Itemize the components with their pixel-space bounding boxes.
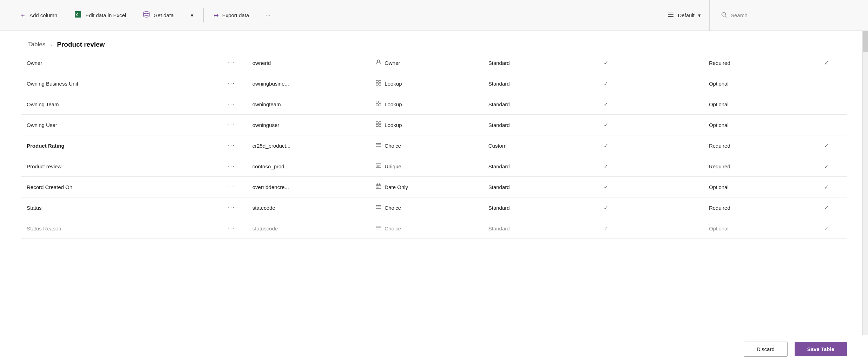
search-icon <box>721 12 727 19</box>
row-more-icon[interactable]: ··· <box>228 142 235 148</box>
col-name-cell: Owning Team <box>21 94 216 115</box>
col-name-cell: Status Reason <box>21 218 216 239</box>
col-requirement-cell: Required <box>703 197 806 218</box>
scroll-thumb[interactable] <box>863 31 868 52</box>
col-requirement-cell: Optional <box>703 94 806 115</box>
table-row: Record Created On ··· overriddencre... 2… <box>21 177 847 197</box>
type-label: Choice <box>384 143 401 149</box>
row-more-icon[interactable]: ··· <box>228 204 235 210</box>
col-requirement-cell: Optional <box>703 218 806 239</box>
save-table-button[interactable]: Save Table <box>795 342 847 356</box>
col-dots-cell[interactable]: ··· <box>216 197 247 218</box>
col-spacer-cell <box>626 73 703 94</box>
svg-rect-17 <box>376 122 378 124</box>
svg-rect-14 <box>379 101 381 103</box>
export-data-button[interactable]: ↦ Export data <box>205 0 258 31</box>
type-icon: Choice <box>375 142 401 149</box>
col-searchable-cell: ✓ <box>585 218 626 239</box>
col-searchable-cell: ✓ <box>585 177 626 197</box>
row-more-icon[interactable]: ··· <box>228 163 235 169</box>
searchable-check: ✓ <box>604 184 608 190</box>
col-searchable-cell: ✓ <box>585 135 626 156</box>
col-field-name-cell: owningbusine... <box>247 73 370 94</box>
col-name-cell: Product Rating <box>21 135 216 156</box>
more-icon: ··· <box>266 12 270 18</box>
bottom-bar: Discard Save Table <box>0 335 868 363</box>
col-req-check-cell <box>806 73 847 94</box>
col-searchable-cell: ✓ <box>585 53 626 73</box>
table-row: Product Rating ··· cr25d_product... Choi… <box>21 135 847 156</box>
col-category-cell: Standard <box>483 156 585 177</box>
type-icon: 21 Date Only <box>375 183 408 191</box>
view-label: Default <box>678 12 695 18</box>
col-dots-cell[interactable]: ··· <box>216 94 247 115</box>
svg-rect-15 <box>376 104 378 106</box>
col-dots-cell[interactable]: ··· <box>216 53 247 73</box>
req-check: ✓ <box>824 143 829 149</box>
export-icon: ↦ <box>213 12 219 19</box>
type-label: Lookup <box>384 101 402 107</box>
col-spacer-cell <box>626 218 703 239</box>
svg-rect-3 <box>668 13 673 13</box>
type-icon: Choice <box>375 204 401 211</box>
svg-rect-18 <box>379 122 381 124</box>
col-req-check-cell: ✓ <box>806 156 847 177</box>
svg-rect-12 <box>379 83 381 85</box>
col-field-name-cell: cr25d_product... <box>247 135 370 156</box>
type-label: Lookup <box>384 81 402 87</box>
type-icon: Choice <box>375 224 401 232</box>
table-row: Product review ··· contoso_prod... Uniqu… <box>21 156 847 177</box>
col-dots-cell[interactable]: ··· <box>216 156 247 177</box>
separator-1 <box>203 8 204 22</box>
more-options-button[interactable]: ··· <box>257 0 279 31</box>
discard-button[interactable]: Discard <box>744 342 788 357</box>
row-more-icon[interactable]: ··· <box>228 184 235 190</box>
col-name-cell: Record Created On <box>21 177 216 197</box>
database-icon <box>143 11 150 20</box>
searchable-check: ✓ <box>604 101 608 107</box>
view-selector[interactable]: Default ▾ <box>659 0 709 31</box>
col-type-cell: Lookup <box>370 94 482 115</box>
svg-rect-16 <box>379 104 381 106</box>
col-dots-cell[interactable]: ··· <box>216 73 247 94</box>
get-data-button[interactable]: Get data <box>134 0 182 31</box>
searchable-check: ✓ <box>604 60 608 66</box>
breadcrumb-separator: › <box>50 42 52 48</box>
get-data-dropdown-button[interactable]: ▾ <box>182 0 202 31</box>
breadcrumb-parent[interactable]: Tables <box>28 41 45 48</box>
table-row: Status ··· statecode Choice Standard ✓ R… <box>21 197 847 218</box>
row-more-icon[interactable]: ··· <box>228 60 235 66</box>
row-more-icon[interactable]: ··· <box>228 80 235 86</box>
col-searchable-cell: ✓ <box>585 156 626 177</box>
type-icon: Lookup <box>375 121 402 129</box>
add-column-button[interactable]: ＋ Add column <box>11 0 66 31</box>
get-data-label: Get data <box>153 12 174 18</box>
col-dots-cell[interactable]: ··· <box>216 177 247 197</box>
searchable-check: ✓ <box>604 122 608 128</box>
searchable-check: ✓ <box>604 226 608 231</box>
col-category-cell: Standard <box>483 53 585 73</box>
req-check: ✓ <box>824 163 829 169</box>
edit-excel-button[interactable]: X Edit data in Excel <box>66 0 134 31</box>
type-label: Owner <box>384 60 400 66</box>
col-name-cell: Product review <box>21 156 216 177</box>
searchable-check: ✓ <box>604 205 608 211</box>
col-field-name-cell: overriddencre... <box>247 177 370 197</box>
col-dots-cell[interactable]: ··· <box>216 115 247 135</box>
type-svg-icon <box>375 59 382 67</box>
row-more-icon[interactable]: ··· <box>228 101 235 107</box>
col-spacer-cell <box>626 115 703 135</box>
type-svg-icon <box>375 121 382 129</box>
search-box[interactable]: Search <box>709 0 857 31</box>
col-spacer-cell <box>626 135 703 156</box>
col-dots-cell[interactable]: ··· <box>216 218 247 239</box>
col-dots-cell[interactable]: ··· <box>216 135 247 156</box>
col-req-check-cell: ✓ <box>806 218 847 239</box>
row-more-icon[interactable]: ··· <box>228 122 235 128</box>
svg-rect-11 <box>376 83 378 85</box>
row-more-icon[interactable]: ··· <box>228 225 235 231</box>
col-type-cell: Lookup <box>370 115 482 135</box>
scrollbar[interactable] <box>862 31 868 335</box>
col-searchable-cell: ✓ <box>585 115 626 135</box>
col-type-cell: Choice <box>370 218 482 239</box>
